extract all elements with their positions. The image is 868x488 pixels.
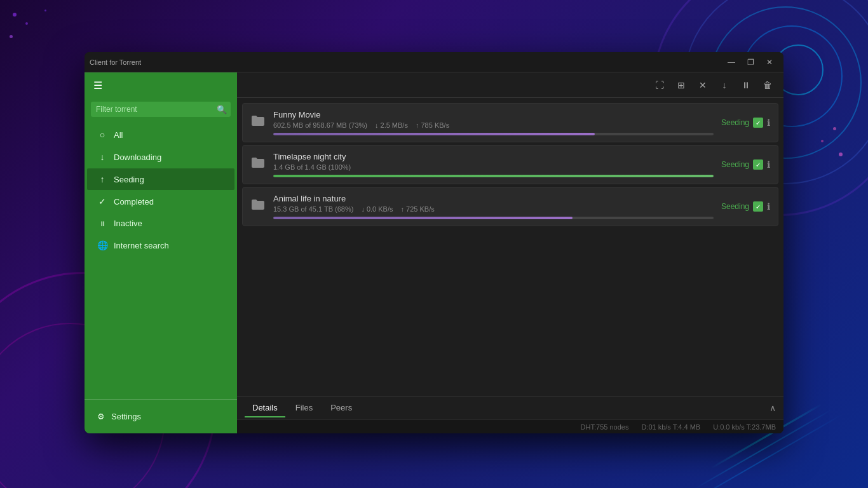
folder-icon-animal-life: [250, 198, 266, 215]
torrent-meta-animal-life: 15.3 GB of 45.1 TB (68%) ↓ 0.0 KB/s ↑ 72…: [273, 205, 714, 213]
grid-button[interactable]: ⊞: [672, 77, 691, 93]
torrent-info-funny-movie: Funny Movie 602.5 MB of 958.67 MB (73%) …: [273, 110, 714, 135]
sidebar: ☰ 🔍 ○ All ↓ Downloading ↑: [85, 72, 237, 433]
sidebar-item-label-internet-search: Internet search: [114, 241, 169, 250]
torrent-meta-funny-movie: 602.5 MB of 958.67 MB (73%) ↓ 2.5 MB/s ↑…: [273, 121, 714, 129]
sidebar-footer: ⚙ Settings: [85, 399, 237, 433]
sidebar-item-downloading[interactable]: ↓ Downloading: [87, 146, 234, 168]
pause-button[interactable]: ⏸: [736, 77, 756, 93]
search-icon[interactable]: 🔍: [217, 105, 227, 114]
torrent-name-animal-life: Animal life in nature: [273, 194, 714, 203]
close-button[interactable]: ✕: [761, 55, 778, 69]
torrent-upload-speed-animal-life: ↑ 725 KB/s: [401, 205, 435, 213]
all-icon: ○: [97, 130, 107, 140]
torrent-info-animal-life: Animal life in nature 15.3 GB of 45.1 TB…: [273, 194, 714, 219]
status-bar: DHT:755 nodes D:01 kb/s T:4.4 MB U:0.0 k…: [237, 419, 783, 433]
progress-bar-fill-funny-movie: [273, 133, 595, 135]
sidebar-item-internet-search[interactable]: 🌐 Internet search: [87, 234, 234, 256]
toolbar: ⛶ ⊞ ✕ ↓ ⏸ 🗑: [237, 72, 783, 98]
tab-details[interactable]: Details: [245, 399, 285, 417]
torrent-item[interactable]: Timelapse night city 1.4 GB of 1.4 GB (1…: [242, 145, 778, 184]
hamburger-icon[interactable]: ☰: [93, 79, 102, 92]
progress-bar-fill-timelapse: [273, 175, 714, 177]
sidebar-nav: ○ All ↓ Downloading ↑ Seeding ✓ Complete…: [85, 121, 237, 399]
progress-bar-bg-funny-movie: [273, 133, 714, 135]
sidebar-item-completed[interactable]: ✓ Completed: [87, 191, 234, 212]
internet-search-icon: 🌐: [97, 240, 107, 250]
expand-button[interactable]: ⛶: [650, 77, 669, 93]
folder-icon-timelapse: [250, 156, 266, 173]
status-text-timelapse: Seeding: [721, 160, 749, 169]
torrent-size-funny-movie: 602.5 MB of 958.67 MB (73%): [273, 121, 367, 129]
sidebar-item-inactive[interactable]: ⏸ Inactive: [87, 213, 234, 234]
torrent-info-timelapse: Timelapse night city 1.4 GB of 1.4 GB (1…: [273, 152, 714, 177]
info-button-timelapse[interactable]: ℹ: [767, 159, 770, 170]
dht-status: DHT:755 nodes: [581, 423, 629, 431]
tab-files[interactable]: Files: [288, 399, 320, 417]
delete-button[interactable]: 🗑: [758, 77, 777, 93]
collapse-button[interactable]: ∧: [770, 403, 776, 413]
torrent-status-funny-movie: Seeding ✓ ℹ: [721, 118, 770, 128]
sidebar-item-label-all: All: [114, 130, 123, 140]
progress-bar-bg-animal-life: [273, 217, 714, 219]
sidebar-item-all[interactable]: ○ All: [87, 124, 234, 146]
maximize-button[interactable]: ❐: [742, 55, 759, 69]
tab-peers[interactable]: Peers: [323, 399, 360, 417]
main-area: ☰ 🔍 ○ All ↓ Downloading ↑: [85, 72, 783, 433]
torrent-item[interactable]: Funny Movie 602.5 MB of 958.67 MB (73%) …: [242, 103, 778, 142]
sidebar-item-label-inactive: Inactive: [114, 219, 142, 228]
sidebar-item-label-seeding: Seeding: [114, 175, 144, 184]
search-input[interactable]: [91, 102, 231, 117]
toolbar-close-button[interactable]: ✕: [693, 77, 712, 93]
sidebar-item-seeding[interactable]: ↑ Seeding: [87, 168, 234, 190]
app-title: Client for Torrent: [90, 58, 141, 66]
torrent-status-animal-life: Seeding ✓ ℹ: [721, 201, 770, 212]
status-checkbox-animal-life: ✓: [753, 201, 763, 212]
torrent-item[interactable]: Animal life in nature 15.3 GB of 45.1 TB…: [242, 187, 778, 226]
torrent-status-timelapse: Seeding ✓ ℹ: [721, 159, 770, 170]
torrent-size-animal-life: 15.3 GB of 45.1 TB (68%): [273, 205, 353, 213]
app-window: Client for Torrent — ❐ ✕ ☰ 🔍 ○: [85, 52, 783, 433]
tabs-left: Details Files Peers: [245, 399, 360, 417]
info-button-animal-life[interactable]: ℹ: [767, 201, 770, 212]
content-area: ⛶ ⊞ ✕ ↓ ⏸ 🗑 Funny Movie: [237, 72, 783, 433]
title-bar-left: Client for Torrent: [90, 58, 141, 66]
progress-bar-bg-timelapse: [273, 175, 714, 177]
torrent-meta-timelapse: 1.4 GB of 1.4 GB (100%): [273, 163, 714, 171]
title-bar: Client for Torrent — ❐ ✕: [85, 52, 783, 72]
folder-icon-funny-movie: [250, 114, 266, 131]
bottom-tabs: Details Files Peers ∧: [237, 396, 783, 419]
sidebar-item-label-completed: Completed: [114, 197, 154, 207]
settings-item[interactable]: ⚙ Settings: [87, 406, 234, 427]
sidebar-item-label-downloading: Downloading: [114, 152, 161, 162]
search-wrapper: 🔍: [91, 102, 231, 117]
torrent-list: Funny Movie 602.5 MB of 958.67 MB (73%) …: [237, 98, 783, 396]
progress-bar-fill-animal-life: [273, 217, 573, 219]
info-button-funny-movie[interactable]: ℹ: [767, 118, 770, 128]
torrent-size-timelapse: 1.4 GB of 1.4 GB (100%): [273, 163, 351, 171]
status-text-animal-life: Seeding: [721, 202, 749, 211]
torrent-download-speed-funny-movie: ↓ 2.5 MB/s: [375, 121, 408, 129]
settings-label: Settings: [111, 412, 141, 421]
torrent-download-speed-animal-life: ↓ 0.0 KB/s: [361, 205, 393, 213]
torrent-name-timelapse: Timelapse night city: [273, 152, 714, 161]
status-checkbox-timelapse: ✓: [753, 159, 763, 170]
torrent-name-funny-movie: Funny Movie: [273, 110, 714, 119]
upload-status: U:0.0 kb/s T:23.7MB: [713, 423, 776, 431]
status-checkbox-funny-movie: ✓: [753, 118, 763, 128]
completed-icon: ✓: [97, 196, 107, 207]
sidebar-header: ☰: [85, 72, 237, 98]
settings-icon: ⚙: [97, 412, 105, 421]
inactive-icon: ⏸: [97, 220, 107, 227]
minimize-button[interactable]: —: [722, 55, 740, 69]
status-text-funny-movie: Seeding: [721, 118, 749, 127]
sidebar-search: 🔍: [85, 98, 237, 121]
torrent-upload-speed-funny-movie: ↑ 785 KB/s: [416, 121, 449, 129]
download-status: D:01 kb/s T:4.4 MB: [641, 423, 700, 431]
bottom-panel: Details Files Peers ∧ DHT:755 nodes D:01…: [237, 396, 783, 433]
title-bar-controls: — ❐ ✕: [722, 55, 778, 69]
seeding-icon: ↑: [97, 174, 107, 184]
downloading-icon: ↓: [97, 152, 107, 162]
download-button[interactable]: ↓: [715, 77, 734, 93]
